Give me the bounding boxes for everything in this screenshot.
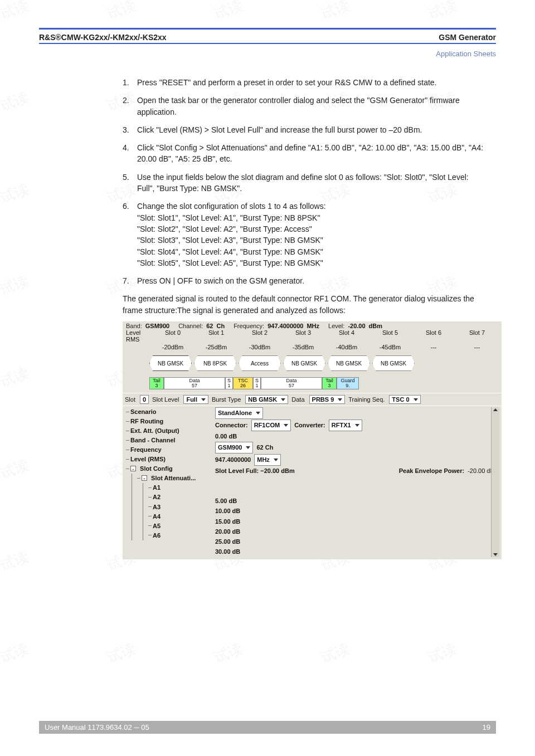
- step-line: Press ON | OFF to swich on the GSM gener…: [137, 275, 485, 286]
- converter-value: RFTX1: [332, 421, 351, 430]
- header-right: GSM Generator: [439, 33, 496, 42]
- tree-atten-item[interactable]: A4: [147, 512, 208, 521]
- cfg-bursttype-dropdown[interactable]: NB GMSK: [245, 395, 288, 404]
- step-item: 4.Click "Slot Config > Slot Attenuations…: [123, 142, 485, 165]
- caret-icon: [414, 398, 418, 401]
- burst-segment-tail: Tail3: [149, 377, 164, 389]
- tree-atten-branch: A1A2A3A4A5A6: [142, 483, 208, 540]
- cfg-slotlevel-label: Slot Level: [152, 396, 179, 403]
- tree-slot-attenuati[interactable]: Slot Attenuati...: [151, 475, 196, 481]
- burst-segment-guard: Guard9.: [337, 377, 359, 389]
- burst-segment-s: S1: [225, 377, 233, 389]
- cfg-bursttype-label: Burst Type: [212, 396, 241, 403]
- step-number: 1.: [123, 77, 137, 88]
- tree-scenario[interactable]: Scenario: [130, 408, 156, 415]
- step-number: 7.: [123, 275, 137, 286]
- tree-band-channel[interactable]: Band - Channel: [130, 437, 176, 443]
- step-body: Click "Slot Config > Slot Attenuations" …: [137, 142, 485, 165]
- scroll-up-icon[interactable]: [493, 408, 498, 411]
- slot-level-cell: ---: [412, 344, 455, 350]
- tree-atten-item[interactable]: A3: [147, 503, 208, 512]
- step-line: "Slot: Slot2", "Slot Level: A2", "Burst …: [137, 223, 485, 235]
- tree-slot-config[interactable]: Slot Config: [140, 465, 173, 472]
- connector-dropdown[interactable]: RF1COM: [251, 420, 291, 431]
- step-line: Click "Slot Config > Slot Attenuations" …: [137, 142, 485, 165]
- tree-frequency[interactable]: Frequency: [130, 446, 162, 453]
- page-footer: User Manual 1173.9634.02 ─ 05 19: [39, 721, 496, 734]
- scroll-down-icon[interactable]: [493, 553, 498, 556]
- frequency-value: 947.4000000: [215, 455, 251, 465]
- slot-header: Slot 1: [195, 329, 237, 343]
- slot-burst-shape[interactable]: NB GMSK: [372, 355, 415, 371]
- atten-value: 10.00 dB: [215, 506, 499, 516]
- status-level-label: Level:: [328, 323, 344, 329]
- freq-unit-dropdown[interactable]: MHz: [254, 454, 281, 466]
- slot-header-row: Level RMS Slot 0Slot 1Slot 2Slot 3Slot 4…: [123, 329, 502, 344]
- config-tree[interactable]: Scenario RF Routing Ext. Att. (Output) B…: [125, 407, 212, 557]
- burst-segment-s: S1: [253, 377, 261, 389]
- step-number: 4.: [123, 142, 137, 165]
- header-sub: Application Sheets: [39, 50, 496, 58]
- slot-burst-shape[interactable]: NB GMSK: [328, 355, 370, 371]
- tree-atten-item[interactable]: A5: [147, 521, 208, 531]
- connector-value: RF1COM: [254, 421, 280, 430]
- step-line: "Slot: Slot5", "Slot Level: A5", "Burst …: [137, 257, 485, 269]
- cfg-slot-field[interactable]: 0: [140, 395, 149, 404]
- step-number: 5.: [123, 172, 137, 194]
- caret-icon: [284, 424, 288, 427]
- slot-burst-shape[interactable]: NB 8PSK: [194, 355, 236, 371]
- scrollbar[interactable]: [491, 407, 499, 557]
- slot-burst-shape[interactable]: Access: [239, 355, 281, 371]
- header-left: R&S®CMW-KG2xx/-KM2xx/-KS2xx: [39, 33, 167, 42]
- cfg-data-dropdown[interactable]: PRBS 9: [309, 395, 346, 404]
- cfg-bursttype-value: NB GMSK: [248, 396, 277, 403]
- step-body: Press "RESET" and perform a preset in or…: [137, 77, 485, 88]
- atten-value: 15.00 dB: [215, 517, 499, 526]
- caret-icon: [201, 398, 206, 401]
- steps-list: 1.Press "RESET" and perform a preset in …: [123, 77, 485, 286]
- tree-expand-icon[interactable]: -: [130, 466, 136, 471]
- burst-segment-data: Data57: [261, 377, 322, 389]
- tree-level-rms[interactable]: Level (RMS): [130, 456, 166, 462]
- tree-atten-item[interactable]: A6: [147, 531, 208, 540]
- cfg-slot-label: Slot: [125, 396, 135, 403]
- tree-pane: Scenario RF Routing Ext. Att. (Output) B…: [123, 406, 502, 559]
- scenario-value: StandAlone: [218, 408, 252, 418]
- step-line: Use the input fields below the slot diag…: [137, 172, 485, 194]
- cfg-slotlevel-dropdown[interactable]: Full: [183, 395, 208, 404]
- tree-atten-item[interactable]: A1: [147, 483, 208, 492]
- slot-burst-shape[interactable]: NB GMSK: [149, 355, 192, 371]
- footer-left: User Manual 1173.9634.02 ─ 05: [45, 723, 149, 731]
- slot-level-full: Slot Level Full: −20.00 dBm: [215, 466, 295, 476]
- status-level-unit: dBm: [369, 323, 382, 329]
- step-item: 7.Press ON | OFF to swich on the GSM gen…: [123, 275, 485, 286]
- converter-dropdown[interactable]: RFTX1: [329, 420, 362, 431]
- cfg-train-dropdown[interactable]: TSC 0: [389, 395, 420, 404]
- band-dropdown[interactable]: GSM900: [215, 442, 253, 453]
- status-row: Band: GSM900 Channel: 62 Ch Frequency: 9…: [123, 321, 502, 329]
- slot-level-row: -20dBm-25dBm-30dBm-35dBm-40dBm-45dBm----…: [123, 344, 502, 352]
- slot-graphic: NB GMSKNB 8PSKAccessNB GMSKNB GMSKNB GMS…: [123, 352, 502, 376]
- slot-header: Slot 2: [239, 329, 281, 343]
- slot-level-cell: -40dBm: [325, 344, 368, 350]
- tree-atten-item[interactable]: A2: [147, 492, 208, 502]
- ext-att-value: 0.00 dB: [215, 432, 237, 441]
- post-steps-paragraph: The generated signal is routed to the de…: [123, 293, 485, 316]
- status-level: -20.00: [348, 323, 365, 329]
- tree-expand-icon[interactable]: -: [142, 475, 147, 481]
- step-number: 6.: [123, 201, 137, 269]
- tree-rf-routing[interactable]: RF Routing: [130, 418, 163, 425]
- connector-label: Connector:: [215, 421, 248, 430]
- status-band-label: Band:: [126, 323, 142, 329]
- step-body: Change the slot configuration of slots 1…: [137, 201, 485, 269]
- step-item: 3.Click "Level (RMS) > Slot Level Full" …: [123, 124, 485, 135]
- slot-config-row: Slot 0 Slot Level Full Burst Type NB GMS…: [123, 393, 502, 406]
- slot-burst-shape[interactable]: NB GMSK: [283, 355, 325, 371]
- step-body: Press ON | OFF to swich on the GSM gener…: [137, 275, 485, 286]
- step-number: 3.: [123, 124, 137, 135]
- scenario-dropdown[interactable]: StandAlone: [215, 407, 263, 419]
- converter-label: Converter:: [294, 421, 325, 430]
- slot-level-cell: -20dBm: [152, 344, 194, 350]
- step-line: Open the task bar or the generator contr…: [137, 95, 485, 118]
- tree-ext-att[interactable]: Ext. Att. (Output): [130, 427, 179, 434]
